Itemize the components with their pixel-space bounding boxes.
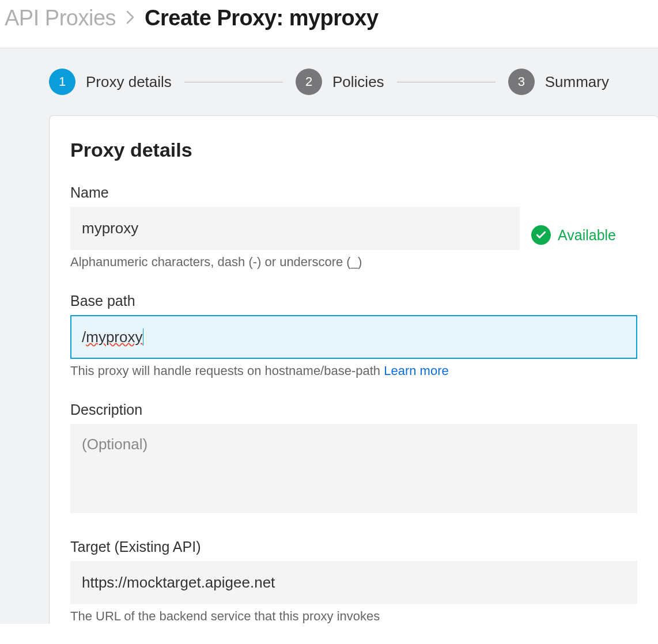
text-cursor bbox=[143, 328, 143, 346]
breadcrumb: API Proxies Create Proxy: myproxy bbox=[0, 0, 658, 48]
wizard-stepper: 1 Proxy details 2 Policies 3 Summary bbox=[0, 69, 658, 115]
breadcrumb-parent[interactable]: API Proxies bbox=[5, 6, 116, 31]
step-summary[interactable]: 3 Summary bbox=[508, 69, 609, 95]
field-target: Target (Existing API) The URL of the bac… bbox=[70, 539, 637, 624]
breadcrumb-current: Create Proxy: myproxy bbox=[145, 6, 379, 31]
name-helper: Alphanumeric characters, dash (-) or und… bbox=[70, 255, 520, 270]
step-connector bbox=[397, 82, 496, 82]
name-label: Name bbox=[70, 184, 520, 201]
step-label: Policies bbox=[332, 73, 384, 91]
name-input[interactable] bbox=[70, 207, 520, 250]
target-input[interactable] bbox=[70, 561, 637, 604]
learn-more-link[interactable]: Learn more bbox=[384, 363, 449, 378]
availability-badge: Available bbox=[531, 225, 616, 245]
step-connector bbox=[184, 82, 283, 82]
availability-text: Available bbox=[558, 227, 616, 244]
field-basepath: Base path /myproxy This proxy will handl… bbox=[70, 293, 637, 378]
basepath-value-word: myproxy bbox=[86, 328, 142, 346]
basepath-helper: This proxy will handle requests on hostn… bbox=[70, 363, 637, 378]
chevron-right-icon bbox=[126, 9, 134, 28]
target-label: Target (Existing API) bbox=[70, 539, 637, 555]
basepath-input[interactable]: /myproxy bbox=[70, 315, 637, 359]
step-number: 1 bbox=[49, 69, 75, 95]
field-description: Description bbox=[70, 401, 637, 516]
field-name: Name Alphanumeric characters, dash (-) o… bbox=[70, 184, 637, 270]
description-label: Description bbox=[70, 401, 637, 418]
step-label: Summary bbox=[545, 73, 609, 91]
step-policies[interactable]: 2 Policies bbox=[296, 69, 384, 95]
checkmark-icon bbox=[531, 225, 551, 245]
form-card: Proxy details Name Alphanumeric characte… bbox=[49, 115, 658, 624]
step-proxy-details[interactable]: 1 Proxy details bbox=[49, 69, 172, 95]
step-number: 3 bbox=[508, 69, 535, 95]
basepath-value-prefix: / bbox=[82, 328, 86, 346]
step-label: Proxy details bbox=[86, 73, 172, 91]
step-number: 2 bbox=[296, 69, 322, 95]
basepath-label: Base path bbox=[70, 293, 637, 309]
description-input[interactable] bbox=[70, 424, 637, 513]
section-title: Proxy details bbox=[70, 139, 637, 161]
target-helper: The URL of the backend service that this… bbox=[70, 609, 637, 624]
